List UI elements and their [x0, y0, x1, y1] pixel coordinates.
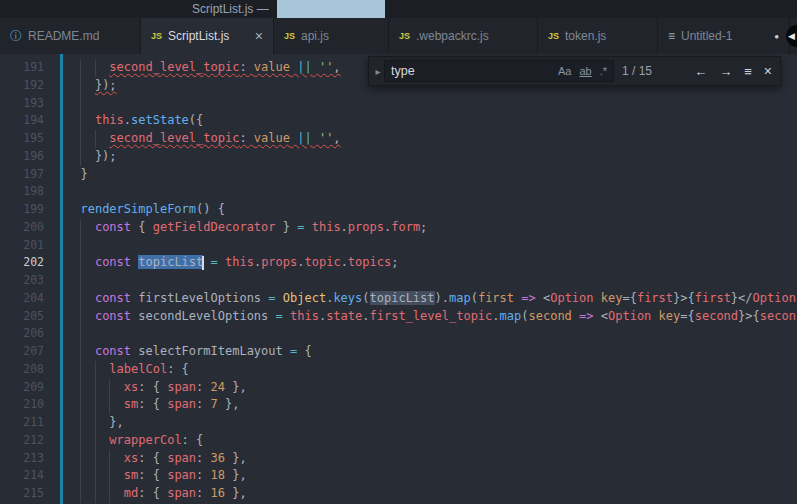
- find-in-selection-icon[interactable]: ≡: [744, 64, 752, 79]
- find-input-box[interactable]: Aa ab .*: [384, 60, 614, 82]
- tab-untitled-1[interactable]: ≡Untitled-1●: [658, 18, 790, 54]
- code-token: second: [528, 309, 571, 323]
- code-token: }>: [738, 309, 752, 323]
- code-token: value: [254, 60, 290, 74]
- code-token: props: [261, 255, 297, 269]
- line-number: 202: [0, 254, 44, 272]
- code-token: [66, 202, 80, 216]
- indent-guide: [80, 485, 81, 503]
- code-token: secon: [760, 309, 796, 323]
- code-line[interactable]: const { getFieldDecorator } = this.props…: [66, 219, 797, 237]
- code-token: const: [95, 255, 131, 269]
- match-case-icon[interactable]: Aa: [558, 65, 571, 77]
- code-token: =>: [521, 291, 535, 305]
- toggle-replace-icon[interactable]: ▸: [372, 66, 384, 77]
- code-token: this: [95, 113, 124, 127]
- regex-icon[interactable]: .*: [600, 65, 607, 77]
- code-token: '': [319, 131, 333, 145]
- tab-scriptlist-js[interactable]: JSScriptList.js×: [141, 18, 274, 54]
- line-number: 214: [0, 467, 44, 485]
- modified-dot-icon: ●: [774, 32, 779, 41]
- code-token: const: [95, 344, 131, 358]
- code-line[interactable]: [66, 237, 797, 255]
- code-line[interactable]: [66, 95, 797, 113]
- previous-match-icon[interactable]: ←: [694, 64, 707, 79]
- code-line[interactable]: labelCol: {: [66, 361, 797, 379]
- line-number: 212: [0, 432, 44, 450]
- code-line[interactable]: const firstLevelOptions = Object.keys(to…: [66, 290, 797, 308]
- code-token: ;: [420, 220, 427, 234]
- code-line[interactable]: md: { span: 16 },: [66, 485, 797, 503]
- line-number: 213: [0, 450, 44, 468]
- window-title: ScriptList.js —: [192, 2, 269, 16]
- code-token: this: [225, 255, 254, 269]
- code-token: {: [131, 220, 153, 234]
- code-line[interactable]: const secondLevelOptions = this.state.fi…: [66, 308, 797, 326]
- close-find-icon[interactable]: ×: [764, 63, 772, 79]
- find-input[interactable]: [391, 64, 550, 78]
- code-token: Option: [550, 291, 593, 305]
- code-token: [312, 60, 319, 74]
- code-line[interactable]: });: [66, 148, 797, 166]
- code-line[interactable]: [66, 183, 797, 201]
- code-token: Option: [608, 309, 651, 323]
- code-line[interactable]: const topicList = this.props.topic.topic…: [66, 254, 797, 272]
- whole-word-icon[interactable]: ab: [579, 65, 591, 77]
- code-line[interactable]: [66, 272, 797, 290]
- close-tab-icon[interactable]: ×: [255, 29, 263, 43]
- code-token: : {: [138, 397, 167, 411]
- code-token: ||: [297, 131, 311, 145]
- indent-guide: [80, 77, 81, 95]
- code-token: },: [225, 486, 247, 500]
- code-token: :: [196, 451, 210, 465]
- code-line[interactable]: xs: { span: 36 },: [66, 450, 797, 468]
- code-token: wrapperCol: [109, 433, 181, 447]
- code-line[interactable]: wrapperCol: {: [66, 432, 797, 450]
- line-number: 203: [0, 272, 44, 290]
- js-icon: JS: [399, 31, 410, 41]
- code-token: });: [95, 78, 117, 92]
- code-line[interactable]: [66, 325, 797, 343]
- indent-guide: [80, 237, 81, 255]
- code-line[interactable]: second_level_topic: value || '',: [66, 130, 797, 148]
- code-line[interactable]: sm: { span: 7 },: [66, 396, 797, 414]
- code-line[interactable]: },: [66, 414, 797, 432]
- code-token: [304, 220, 311, 234]
- code-token: },: [225, 380, 247, 394]
- code-token: const: [95, 309, 131, 323]
- tab-bar: ⓘREADME.mdJSScriptList.js×JSapi.jsJS.web…: [0, 18, 797, 54]
- line-number: 215: [0, 485, 44, 503]
- code-token: sm: [124, 468, 138, 482]
- tab-webpackrc-js[interactable]: JS.webpackrc.js: [389, 18, 538, 54]
- code-line[interactable]: sm: { span: 18 },: [66, 467, 797, 485]
- code-line[interactable]: const selectFormItemLayout = {: [66, 343, 797, 361]
- code-token: [66, 60, 109, 74]
- code-line[interactable]: renderSimpleForm() {: [66, 201, 797, 219]
- code-token: .: [492, 309, 499, 323]
- code-token: },: [218, 397, 240, 411]
- code-token: },: [225, 451, 247, 465]
- code-token: first_level_topic: [370, 309, 493, 323]
- back-arrow-icon: ◀: [788, 31, 795, 41]
- code-token: }</: [731, 291, 753, 305]
- code-area[interactable]: second_level_topic: value || '', }); thi…: [66, 59, 797, 504]
- line-number: 211: [0, 414, 44, 432]
- code-token: map: [449, 291, 471, 305]
- tab-label: Untitled-1: [681, 29, 732, 43]
- code-editor[interactable]: 1911921931941951961971981992002012022032…: [0, 54, 797, 504]
- code-token: (: [362, 291, 369, 305]
- next-match-icon[interactable]: →: [719, 64, 732, 79]
- code-token: span: [167, 397, 196, 411]
- code-line[interactable]: xs: { span: 24 },: [66, 379, 797, 397]
- code-token: ={: [680, 309, 694, 323]
- js-icon: JS: [151, 31, 162, 41]
- code-line[interactable]: }: [66, 166, 797, 184]
- code-line[interactable]: this.setState({: [66, 112, 797, 130]
- code-token: .: [362, 309, 369, 323]
- code-token: ||: [297, 60, 311, 74]
- tab-token-js[interactable]: JStoken.js: [538, 18, 658, 54]
- tab-api-js[interactable]: JSapi.js: [274, 18, 389, 54]
- code-token: setState: [131, 113, 189, 127]
- tab-readme-md[interactable]: ⓘREADME.md: [0, 18, 141, 54]
- code-token: [312, 131, 319, 145]
